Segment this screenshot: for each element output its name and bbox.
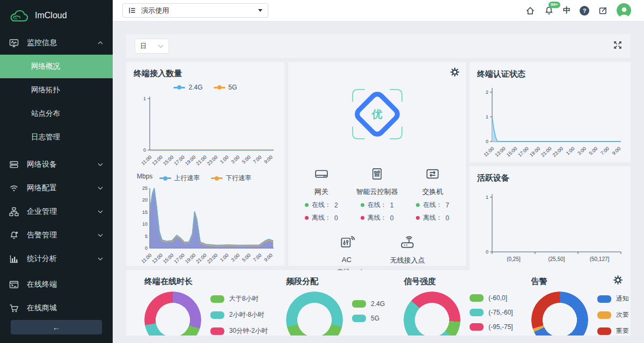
sidebar: m ImCloud 监控信息 网络概况 网络拓扑 站点分布 日志管理 网络设备 … [0, 0, 113, 343]
svg-text:(50,127]: (50,127] [590, 256, 610, 262]
svg-text:7:00: 7:00 [599, 146, 610, 156]
auth-status-chart: 2 1 0 11:00 13:00 15:00 17:00 19:00 21:0… [477, 84, 623, 164]
legend-item[interactable]: 5G [352, 315, 385, 322]
chevron-down-icon [98, 234, 103, 237]
gateway-icon [313, 167, 330, 181]
cloud-logo-icon: m [7, 8, 30, 24]
bell-icon [9, 230, 19, 240]
svg-text:21:00: 21:00 [195, 154, 207, 167]
language-toggle[interactable]: 中 [563, 6, 570, 16]
settings-button[interactable] [450, 68, 459, 79]
sidebar-subitem-network-overview[interactable]: 网络概况 [0, 55, 113, 78]
legend-swatch [352, 300, 366, 308]
period-select[interactable]: 日 [135, 39, 169, 54]
legend-item-uplink[interactable]: 上行速率 [159, 174, 200, 183]
throughput-area [150, 188, 273, 248]
offline-dot [416, 216, 420, 220]
help-button[interactable]: ? [580, 6, 589, 16]
svg-text:5: 5 [145, 234, 148, 239]
device-cloud-controller[interactable]: 智能云控制器 在线：1 离线：0 [349, 167, 405, 222]
app-logo: m ImCloud [0, 0, 113, 31]
access-point-icon [399, 235, 415, 249]
sidebar-subitem-network-topology[interactable]: 网络拓扑 [0, 78, 113, 102]
throughput-chart-legend: Mbps 上行速率 下行速率 [134, 174, 277, 183]
device-switch[interactable]: 交换机 在线：7 离线：0 [405, 167, 460, 222]
controller-icon [370, 167, 384, 181]
legend-item[interactable]: (-75,-60] [470, 309, 513, 316]
legend-item[interactable]: 次要 [597, 310, 629, 319]
svg-text:15:00: 15:00 [162, 154, 174, 167]
user-avatar[interactable] [617, 3, 631, 18]
svg-text:11:00: 11:00 [482, 146, 495, 158]
home-icon [525, 6, 535, 16]
chevron-down-icon [98, 257, 103, 260]
offline-dot [305, 216, 309, 220]
feedback-button[interactable] [598, 6, 608, 15]
legend-item[interactable]: 2小时-8小时 [210, 310, 268, 319]
legend-item[interactable]: (-95,-75] [470, 323, 513, 331]
chevron-down-icon [98, 163, 103, 166]
sidebar-item-label: 统计分析 [27, 254, 57, 264]
expand-icon [613, 41, 622, 49]
legend-item[interactable]: 通知 [597, 294, 629, 303]
sidebar-item-network-devices[interactable]: 网络设备 [0, 153, 113, 176]
active-devices-chart: 1 0 (0,25] (25,50] (50,127] [477, 188, 623, 268]
sidebar-subitem-log-management[interactable]: 日志管理 [0, 125, 113, 149]
legend-item[interactable]: 重要 [597, 326, 629, 335]
card-title: 告警 [531, 277, 631, 287]
device-gateway[interactable]: 网关 在线：2 离线：0 [294, 167, 349, 222]
svg-text:17:00: 17:00 [517, 146, 529, 158]
donut-legend: 通知 次要 重要 [597, 292, 629, 335]
legend-swatch [597, 327, 611, 335]
wifi-icon [9, 183, 19, 193]
svg-text:0: 0 [143, 147, 146, 153]
org-selector-dropdown[interactable]: 演示使用 [122, 3, 268, 18]
svg-text:9:00: 9:00 [263, 154, 274, 165]
sidebar-collapse-button[interactable]: ← [11, 320, 102, 334]
notifications-button[interactable]: 99+ [544, 6, 554, 16]
sidebar-item-monitoring[interactable]: 监控信息 [0, 31, 113, 55]
device-name: AC [316, 256, 377, 264]
svg-text:21:00: 21:00 [195, 252, 207, 265]
legend-item[interactable]: 30分钟-2小时 [210, 326, 268, 335]
legend-item-5g[interactable]: 5G [214, 84, 237, 91]
left-arrow-icon: ← [53, 323, 61, 332]
device-status-row-1: 网关 在线：2 离线：0 智能云控制器 在线：1 离线：0 交换机 在线：7 离… [294, 167, 460, 222]
device-offline-stat: 离线：0 [405, 213, 460, 222]
legend-item[interactable]: (-60,0] [470, 294, 513, 302]
device-offline-stat: 离线：0 [294, 213, 349, 222]
svg-text:3:00: 3:00 [576, 146, 587, 156]
legend-item-24g[interactable]: 2.4G [173, 84, 202, 91]
svg-text:5:00: 5:00 [241, 252, 252, 263]
device-online-stat: 在线：7 [405, 200, 460, 210]
fullscreen-button[interactable] [613, 41, 622, 51]
active-devices-card: 活跃设备 1 0 (0,25] (25,50] (50,127] [470, 166, 631, 270]
sidebar-item-label: 网络设备 [27, 160, 57, 169]
sidebar-item-online-terminal[interactable]: 在线终端 [0, 273, 113, 296]
home-button[interactable] [525, 6, 535, 16]
device-name: 智能云控制器 [349, 187, 405, 197]
svg-text:3:00: 3:00 [230, 252, 241, 263]
legend-swatch [470, 294, 484, 302]
svg-text:19:00: 19:00 [184, 154, 196, 167]
svg-text:1: 1 [486, 114, 488, 120]
legend-item-downlink[interactable]: 下行速率 [211, 174, 252, 183]
legend-item[interactable]: 大于8小时 [210, 294, 268, 303]
sidebar-item-label: 企业管理 [27, 207, 57, 217]
access-chart-legend: 2.4G 5G [134, 84, 277, 91]
svg-text:1: 1 [143, 96, 146, 101]
chevron-down-icon [98, 187, 103, 190]
sidebar-item-statistics[interactable]: 统计分析 [0, 247, 113, 271]
sidebar-item-alarm-management[interactable]: 告警管理 [0, 223, 113, 247]
sidebar-item-online-mall[interactable]: 在线商城 [0, 296, 113, 320]
online-count: 1 [390, 202, 394, 209]
throughput-chart: 25 20 15 10 5 0 11:00 13:00 15:00 17:00 … [134, 185, 276, 271]
gear-icon [450, 68, 459, 77]
sidebar-item-enterprise-management[interactable]: 企业管理 [0, 200, 113, 223]
svg-text:13:00: 13:00 [151, 154, 163, 167]
sidebar-item-network-config[interactable]: 网络配置 [0, 176, 113, 200]
sidebar-subitem-site-distribution[interactable]: 站点分布 [0, 102, 113, 125]
card-title: 终端认证状态 [477, 69, 623, 79]
legend-item[interactable]: 2.4G [352, 300, 385, 308]
card-title: 信号强度 [404, 277, 513, 287]
